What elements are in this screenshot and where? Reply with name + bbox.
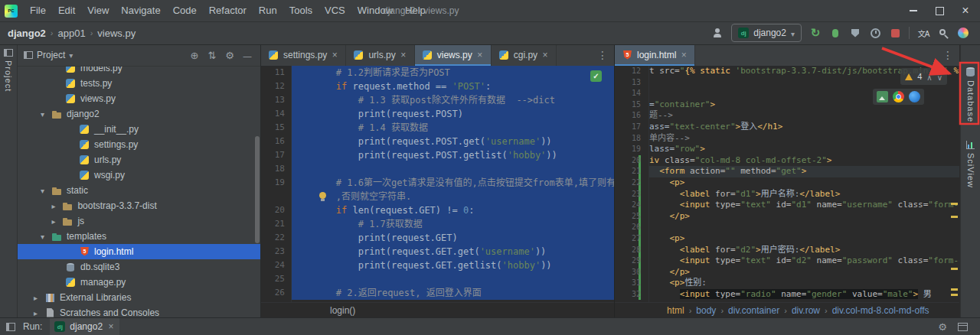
gutter-line[interactable]: 25 [615, 211, 641, 223]
code-line[interactable]: 单内容--> [649, 133, 959, 145]
code-line[interactable]: <label for="d1">用户名称:</label> [649, 189, 959, 200]
tool-window-icon[interactable] [6, 323, 15, 331]
breadcrumb-item-div-row[interactable]: div.row [792, 305, 820, 316]
code-line[interactable] [649, 222, 959, 233]
gutter-line[interactable]: 20 [261, 203, 285, 217]
gutter-line[interactable]: 13 [615, 77, 641, 89]
gutter-line[interactable]: 26 [261, 286, 285, 300]
editor-right-body[interactable]: 1213141516171819202122232425262728293031… [615, 66, 959, 303]
tree-item-js[interactable]: ▸js [18, 213, 260, 229]
gutter-line[interactable]: 11 [261, 66, 285, 80]
code-line[interactable]: print(request.POST) [292, 107, 614, 121]
warning-stripe-mark[interactable] [951, 268, 958, 270]
code-line[interactable] [292, 162, 614, 176]
run-config-combo[interactable]: django2 [731, 24, 802, 42]
tab-views-py[interactable]: views.py [415, 44, 492, 66]
gutter-line[interactable]: 13 [261, 93, 285, 107]
gutter-line[interactable]: 18 [261, 162, 285, 176]
breadcrumb-item-div-container[interactable]: div.container [728, 305, 779, 316]
more-tabs-icon[interactable] [936, 44, 959, 66]
code-line[interactable]: 题--> [649, 110, 959, 122]
settings-gear-icon[interactable] [938, 320, 947, 333]
chevron-expanded-icon[interactable]: ▾ [38, 187, 47, 195]
code-line[interactable]: print(request.POST.get('username')) [292, 135, 614, 148]
chevron-down-icon[interactable] [69, 50, 73, 60]
tree-item-static[interactable]: ▾static [18, 183, 260, 198]
menu-item-navigate[interactable]: Navigate [115, 0, 166, 21]
code-line[interactable]: <input type="text" id="d2" name="passwor… [649, 255, 959, 267]
code-line[interactable]: # 1.4 获取数据 [292, 121, 614, 135]
code-line[interactable]: <form action="" method="get"> [649, 166, 959, 177]
tree-item-db-sqlite3[interactable]: db.sqlite3 [18, 259, 260, 275]
close-button[interactable] [952, 0, 978, 21]
tree-item-external-libraries[interactable]: ▸External Libraries [18, 290, 260, 305]
gutter-line[interactable]: 17 [615, 122, 641, 133]
gutter-line[interactable]: 19 [261, 176, 285, 190]
chevron-collapsed-icon[interactable]: ▸ [31, 309, 41, 317]
menu-item-edit[interactable]: Edit [52, 0, 81, 21]
gutter-line[interactable]: 19 [615, 144, 641, 155]
chevron-expanded-icon[interactable]: ▾ [38, 110, 47, 119]
gutter-line[interactable]: 12 [615, 66, 641, 77]
tab-login-html[interactable]: login.html [615, 44, 695, 66]
gutter-line[interactable]: 22 [615, 177, 641, 189]
tree-item-settings-py[interactable]: settings.py [18, 137, 260, 152]
code-line[interactable]: <p> [649, 177, 959, 189]
code-line[interactable]: <input type="text" id="d1" name="usernam… [649, 200, 959, 211]
tree-item-urls-py[interactable]: urls.py [18, 152, 260, 168]
menu-item-tools[interactable]: Tools [283, 0, 318, 21]
tree-item--init-py[interactable]: __init__.py [18, 122, 260, 137]
code-line[interactable]: print(request.GET) [292, 231, 614, 245]
tree-item-models-py[interactable]: models.py [18, 67, 260, 76]
code-line[interactable]: # 2.返回request, 返回登入界面 [292, 286, 614, 300]
gutter-line[interactable]: 15 [615, 99, 641, 111]
gutter-line[interactable]: 22 [261, 231, 285, 245]
close-icon[interactable] [541, 50, 549, 60]
code-line[interactable] [292, 272, 614, 286]
prev-warning-button[interactable] [926, 70, 932, 83]
settings-button[interactable] [223, 50, 237, 61]
code-line[interactable]: <p>性别: [649, 278, 959, 289]
gutter-line[interactable]: 23 [261, 245, 285, 259]
tree-item-views-py[interactable]: views.py [18, 91, 260, 106]
gutter-line[interactable]: 12 [261, 80, 285, 93]
code-line[interactable]: lass="row"> [649, 144, 959, 155]
warning-stripe-mark[interactable] [951, 288, 958, 291]
gutter-line[interactable]: 29 [615, 255, 641, 267]
hide-panel-button[interactable] [240, 50, 254, 61]
menu-item-refactor[interactable]: Refactor [203, 0, 253, 21]
chevron-collapsed-icon[interactable]: ▸ [48, 217, 58, 226]
tree-item-manage-py[interactable]: manage.py [18, 275, 260, 290]
tree-item-django2[interactable]: ▾django2 [18, 106, 260, 122]
coverage-button[interactable] [849, 24, 861, 41]
gutter-line[interactable]: 24 [261, 259, 285, 272]
tree-item-scratches-and-consoles[interactable]: ▸Scratches and Consoles [18, 305, 260, 318]
gutter-line[interactable]: 15 [261, 121, 285, 135]
tree-item-login-html[interactable]: login.html [18, 244, 260, 259]
code-line[interactable]: if request.method == 'POST': [292, 80, 614, 93]
chevron-collapsed-icon[interactable]: ▸ [31, 294, 41, 302]
chevron-collapsed-icon[interactable]: ▸ [48, 202, 58, 210]
gutter-line[interactable]: 16 [261, 135, 285, 148]
code-line[interactable]: # 1.3 获取post除文件外所有数据 -->dict [292, 93, 614, 107]
code-line[interactable]: </p> [649, 211, 959, 223]
layout-icon[interactable] [958, 323, 968, 331]
code-line[interactable]: ,否则就空字符串. [292, 190, 614, 203]
close-icon[interactable] [476, 50, 484, 60]
code-line[interactable]: <label for="d2">用户密码:</label> [649, 245, 959, 256]
tree-item-tests-py[interactable]: tests.py [18, 76, 260, 91]
code-line[interactable]: # 1.6第一次get请求是没有值的,点击按钮提交from表单,填了则有值↵ [292, 176, 614, 190]
rerun-button[interactable] [809, 24, 822, 41]
translate-button[interactable] [917, 24, 929, 41]
warning-stripe-mark[interactable] [951, 216, 958, 218]
locate-button[interactable] [188, 50, 201, 61]
breadcrumb-item-html[interactable]: html [667, 305, 684, 316]
maximize-button[interactable] [926, 0, 952, 21]
tool-button-database[interactable]: Database [966, 63, 975, 122]
code-line[interactable]: iv class="col-md-8 col-md-offset-2"> [649, 155, 959, 167]
tree-item-bootstrap-3-3-7-dist[interactable]: ▸bootstrap-3.3.7-dist [18, 198, 260, 213]
gutter-line[interactable]: 17 [261, 148, 285, 162]
gutter-line[interactable]: 31 [615, 278, 641, 289]
gutter-line[interactable]: 21 [261, 217, 285, 231]
code-line[interactable]: </p> [649, 267, 959, 278]
